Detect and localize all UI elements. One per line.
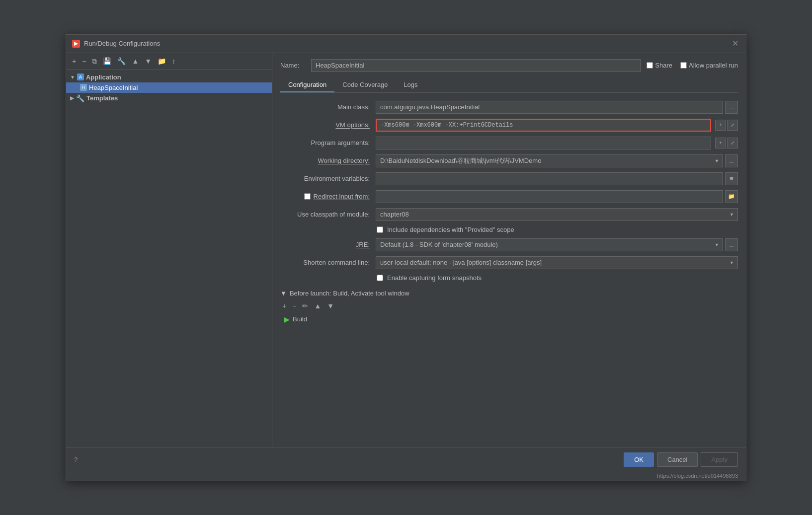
working-dir-browse-button[interactable]: ... [725,154,738,167]
tab-configuration[interactable]: Configuration [280,78,334,92]
move-up-button[interactable]: ▲ [130,56,141,66]
vm-options-actions: + ⤢ [715,120,738,131]
program-args-add-button[interactable]: + [715,138,726,148]
build-label: Build [293,315,307,323]
allow-parallel-label[interactable]: Allow parallel run [680,62,738,69]
save-config-button[interactable]: 💾 [101,56,113,66]
help-button[interactable]: ? [74,456,78,463]
vm-options-input[interactable] [376,119,711,132]
header-checkboxes: Share Allow parallel run [647,62,738,69]
classpath-select[interactable]: chapter08 [376,208,738,221]
templates-expand-icon: ▶ [70,95,74,101]
share-checkbox-label[interactable]: Share [647,62,672,69]
jre-browse-button[interactable]: ... [725,238,738,251]
footer: ? OK Cancel Apply [66,447,746,472]
before-launch-down-button[interactable]: ▼ [325,301,336,311]
close-button[interactable]: ✕ [730,39,740,49]
env-vars-label: Environment variables: [280,175,370,182]
name-input[interactable] [311,59,641,72]
env-vars-edit-button[interactable]: ≡ [725,172,738,185]
before-launch-toolbar: + − ✏ ▲ ▼ [280,301,738,311]
templates-label: Templates [86,94,118,102]
redirect-browse-button[interactable]: 📁 [725,190,738,203]
main-class-input[interactable] [376,101,723,114]
main-class-browse-button[interactable]: ... [725,101,738,114]
tree-templates-group[interactable]: ▶ 🔧 Templates [66,93,272,104]
program-args-row: Program arguments: + ⤢ [280,137,738,149]
run-debug-dialog: ▶ Run/Debug Configurations ✕ + − ⧉ 💾 🔧 ▲… [66,34,746,481]
vm-options-add-button[interactable]: + [715,120,726,131]
dialog-title: Run/Debug Configurations [84,40,160,47]
jre-select[interactable]: Default (1.8 - SDK of 'chapter08' module… [376,238,723,251]
folder-button[interactable]: 📁 [156,56,168,66]
redirect-checkbox[interactable] [304,193,311,200]
add-config-button[interactable]: + [70,56,78,66]
env-vars-input-group: ≡ [376,172,738,185]
title-bar: ▶ Run/Debug Configurations ✕ [66,35,746,53]
working-dir-input[interactable] [376,154,723,167]
sort-button[interactable]: ↕ [170,56,177,66]
jre-label: JRE: [280,241,370,248]
shorten-cmdline-select[interactable]: user-local default: none - java [options… [376,256,738,269]
title-bar-left: ▶ Run/Debug Configurations [72,40,160,48]
copy-config-button[interactable]: ⧉ [90,56,99,67]
program-args-actions: + ⤢ [715,138,738,148]
program-args-expand-button[interactable]: ⤢ [727,138,738,148]
templates-icon: 🔧 [76,94,84,102]
build-icon: ▶ [284,315,290,323]
before-launch-expand-icon: ▼ [280,290,287,297]
env-vars-input[interactable] [376,172,723,185]
before-launch-edit-button[interactable]: ✏ [300,301,310,311]
snapshots-label: Enable capturing form snapshots [387,274,482,282]
include-deps-row: Include dependencies with "Provided" sco… [280,226,738,233]
tab-bar: Configuration Code Coverage Logs [280,78,738,93]
tree-application-group[interactable]: ▼ A Application [66,72,272,82]
footer-buttons: OK Cancel Apply [624,452,738,467]
before-launch-add-button[interactable]: + [280,301,288,311]
env-vars-row: Environment variables: ≡ [280,172,738,185]
include-deps-checkbox[interactable] [377,226,383,233]
snapshots-row: Enable capturing form snapshots [280,274,738,282]
working-dir-row: Working directory: ▼ ... [280,154,738,167]
cancel-button[interactable]: Cancel [657,452,698,467]
main-content: + − ⧉ 💾 🔧 ▲ ▼ 📁 ↕ ▼ A Application H [66,53,746,447]
remove-config-button[interactable]: − [80,56,88,66]
main-class-row: Main class: ... [280,101,738,114]
program-args-label: Program arguments: [280,139,370,147]
redirect-input-row: Redirect input from: 📁 [280,190,738,203]
classpath-row: Use classpath of module: chapter08 [280,208,738,221]
name-label: Name: [280,62,305,69]
shorten-cmdline-row: Shorten command line: user-local default… [280,256,738,269]
before-launch-remove-button[interactable]: − [290,301,298,311]
tree-heapspace-item[interactable]: H HeapSpaceInitial [66,82,272,93]
share-checkbox[interactable] [647,62,653,69]
before-launch-header[interactable]: ▼ Before launch: Build, Activate tool wi… [280,290,738,297]
right-panel: Name: Share Allow parallel run Configura… [272,53,746,447]
vm-options-label: VM options: [280,121,370,129]
working-dir-label: Working directory: [280,157,370,164]
snapshots-checkbox[interactable] [377,275,383,281]
shorten-cmdline-label: Shorten command line: [280,259,370,266]
allow-parallel-checkbox[interactable] [680,62,687,69]
ok-button[interactable]: OK [624,452,654,467]
move-down-button[interactable]: ▼ [143,56,154,66]
before-launch-up-button[interactable]: ▲ [312,301,323,311]
share-label: Share [655,62,672,69]
application-label: Application [86,74,121,81]
config-tree: ▼ A Application H HeapSpaceInitial ▶ 🔧 T… [66,70,272,447]
classpath-label: Use classpath of module: [280,211,370,218]
tab-code-coverage[interactable]: Code Coverage [334,78,396,92]
wrench-button[interactable]: 🔧 [115,56,128,66]
include-deps-label: Include dependencies with "Provided" sco… [387,226,514,233]
apply-button[interactable]: Apply [701,452,738,467]
redirect-input-group: 📁 [376,190,738,203]
config-form: Main class: ... VM options: + ⤢ [280,101,738,325]
config-name-label: HeapSpaceInitial [89,84,138,91]
redirect-input[interactable] [376,190,723,203]
working-dir-input-group: ▼ ... [376,154,738,167]
vm-options-expand-button[interactable]: ⤢ [727,120,738,131]
tab-logs[interactable]: Logs [396,78,425,92]
program-args-input[interactable] [376,137,711,149]
before-launch-section: ▼ Before launch: Build, Activate tool wi… [280,290,738,325]
vm-options-input-group: + ⤢ [376,119,738,132]
